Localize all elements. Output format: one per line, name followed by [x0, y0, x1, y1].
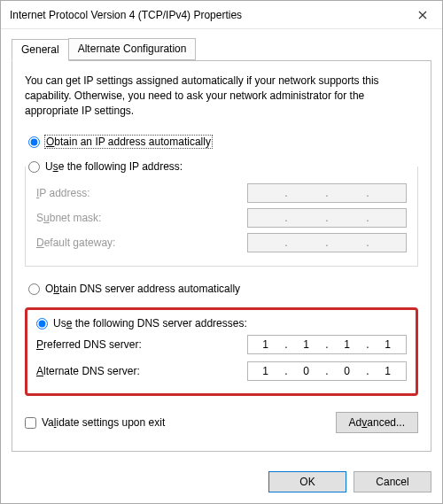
- radio-dns-manual-row[interactable]: Use the following DNS server addresses:: [36, 315, 407, 331]
- ok-button[interactable]: OK: [268, 471, 346, 492]
- default-gateway-row: Default gateway: ...: [36, 230, 407, 255]
- radio-dns-auto[interactable]: [28, 283, 40, 295]
- radio-dns-auto-row[interactable]: Obtain DNS server address automatically: [28, 281, 418, 297]
- validate-checkbox[interactable]: [25, 417, 36, 429]
- close-button[interactable]: [402, 1, 442, 28]
- close-icon: [418, 11, 427, 19]
- validate-label: Validate settings upon exit: [42, 416, 165, 429]
- description-text: You can get IP settings assigned automat…: [25, 74, 418, 118]
- subnet-mask-field: ...: [247, 208, 407, 228]
- radio-ip-auto-label: Obtain an IP address automatically: [45, 136, 212, 148]
- cancel-button[interactable]: Cancel: [354, 471, 431, 492]
- ip-address-label: IP address:: [36, 187, 90, 199]
- radio-ip-auto[interactable]: [28, 136, 40, 148]
- subnet-mask-label: Subnet mask:: [36, 212, 101, 224]
- ip-fields-group: IP address: ... Subnet mask: ... Default…: [25, 167, 418, 267]
- radio-ip-auto-row[interactable]: Obtain an IP address automatically: [28, 134, 418, 150]
- tab-alternate[interactable]: Alternate Configuration: [68, 38, 197, 60]
- preferred-dns-field[interactable]: 1. 1. 1. 1: [247, 335, 407, 354]
- titlebar: Internet Protocol Version 4 (TCP/IPv4) P…: [1, 1, 442, 29]
- dns-manual-highlight: Use the following DNS server addresses: …: [25, 307, 418, 396]
- advanced-button[interactable]: Advanced...: [336, 412, 418, 433]
- preferred-dns-label: Preferred DNS server:: [36, 338, 142, 351]
- bottom-row: Validate settings upon exit Advanced...: [25, 412, 418, 433]
- tab-general[interactable]: General: [12, 39, 69, 61]
- alternate-dns-label: Alternate DNS server:: [36, 365, 140, 377]
- radio-dns-manual[interactable]: [36, 318, 48, 330]
- radio-dns-auto-label: Obtain DNS server address automatically: [45, 283, 240, 295]
- radio-ip-manual-label: Use the following IP address:: [45, 160, 183, 173]
- radio-ip-manual[interactable]: [28, 161, 40, 173]
- tabstrip: General Alternate Configuration: [12, 38, 431, 60]
- window-title: Internet Protocol Version 4 (TCP/IPv4) P…: [1, 9, 402, 21]
- radio-dns-manual-label: Use the following DNS server addresses:: [53, 317, 247, 330]
- default-gateway-label: Default gateway:: [36, 236, 115, 249]
- radio-ip-manual-row[interactable]: Use the following IP address:: [28, 159, 188, 174]
- dialog-body: General Alternate Configuration You can …: [1, 29, 442, 462]
- ip-address-field: ...: [247, 183, 407, 203]
- default-gateway-field: ...: [247, 233, 407, 252]
- tabpane-general: You can get IP settings assigned automat…: [12, 60, 431, 452]
- alternate-dns-field[interactable]: 1. 0. 0. 1: [247, 361, 407, 381]
- dialog-window: Internet Protocol Version 4 (TCP/IPv4) P…: [0, 0, 443, 504]
- ip-address-row: IP address: ...: [36, 181, 407, 205]
- subnet-mask-row: Subnet mask: ...: [36, 205, 407, 230]
- preferred-dns-row: Preferred DNS server: 1. 1. 1. 1: [36, 331, 407, 358]
- alternate-dns-row: Alternate DNS server: 1. 0. 0. 1: [36, 358, 407, 384]
- validate-checkbox-row[interactable]: Validate settings upon exit: [25, 416, 165, 429]
- tabs: General Alternate Configuration You can …: [12, 38, 431, 452]
- dialog-footer: OK Cancel: [1, 462, 442, 503]
